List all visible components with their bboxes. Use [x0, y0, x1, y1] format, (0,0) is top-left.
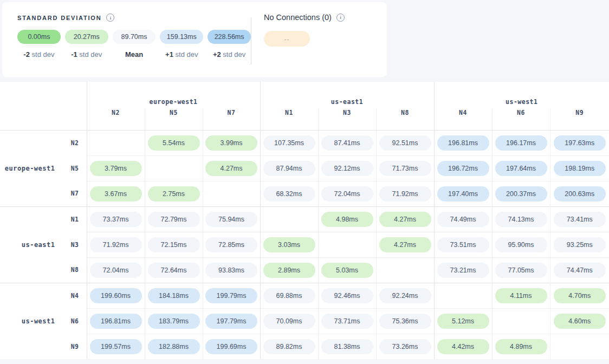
latency-pill[interactable]: 5.12ms [437, 314, 489, 329]
row-node-label: N1 [68, 216, 79, 223]
latency-pill[interactable]: 196.72ms [437, 161, 489, 176]
latency-pill[interactable]: 3.67ms [90, 186, 142, 202]
latency-cell: 68.32ms [260, 181, 318, 206]
latency-pill[interactable]: 68.32ms [263, 186, 315, 202]
latency-pill[interactable]: 72.04ms [321, 186, 373, 202]
latency-pill[interactable]: 73.51ms [437, 237, 489, 252]
latency-pill[interactable]: 197.40ms [437, 186, 489, 202]
latency-pill[interactable]: 93.83ms [205, 263, 257, 278]
latency-pill[interactable]: 4.89ms [495, 339, 547, 354]
latency-pill[interactable]: 73.41ms [554, 212, 606, 227]
latency-pill[interactable]: 196.17ms [495, 135, 547, 151]
legend-card: STANDARD DEVIATION i 0.00ms20.27ms89.70m… [2, 2, 387, 77]
latency-pill[interactable]: 72.79ms [148, 212, 200, 227]
latency-pill[interactable]: 197.79ms [205, 314, 257, 329]
latency-cell: 197.40ms [434, 181, 492, 206]
latency-pill[interactable]: 199.60ms [90, 288, 142, 303]
latency-matrix: europe-west1us-east1us-west1N2N5N7N1N3N8… [0, 82, 609, 359]
latency-pill[interactable]: 4.70ms [554, 288, 606, 303]
latency-pill[interactable]: 199.57ms [90, 339, 142, 354]
row-node-label: N9 [68, 343, 79, 350]
latency-cell: 4.60ms [550, 308, 609, 334]
latency-pill[interactable]: 92.12ms [321, 161, 373, 176]
latency-pill[interactable]: 74.13ms [495, 212, 547, 227]
latency-pill[interactable]: 200.63ms [554, 186, 606, 202]
latency-pill[interactable]: 182.88ms [148, 339, 200, 354]
latency-pill[interactable]: 73.21ms [437, 263, 489, 278]
latency-pill[interactable]: 72.85ms [205, 237, 257, 252]
latency-pill[interactable]: 184.18ms [148, 288, 200, 303]
latency-cell: 5.03ms [318, 257, 376, 283]
latency-pill[interactable]: 71.92ms [90, 237, 142, 252]
latency-pill[interactable]: 196.81ms [90, 314, 142, 329]
latency-cell: 72.04ms [87, 257, 145, 283]
latency-pill[interactable]: 74.47ms [554, 263, 606, 278]
latency-pill[interactable]: 5.54ms [148, 135, 200, 151]
latency-pill[interactable]: 75.36ms [379, 314, 431, 329]
latency-pill[interactable]: 74.49ms [437, 212, 489, 227]
info-icon[interactable]: i [106, 14, 114, 22]
latency-cell: 4.89ms [492, 334, 550, 359]
latency-pill[interactable]: 200.37ms [495, 186, 547, 202]
column-node-header-N8: N8 [376, 109, 434, 130]
latency-pill[interactable]: 77.05ms [495, 263, 547, 278]
latency-cell: 182.88ms [145, 334, 203, 359]
row-region-label: europe-west1 [5, 165, 55, 172]
latency-pill[interactable]: 87.94ms [263, 161, 315, 176]
latency-pill[interactable]: 92.24ms [379, 288, 431, 303]
latency-pill[interactable]: 4.27ms [379, 212, 431, 227]
latency-pill[interactable]: 199.79ms [205, 288, 257, 303]
latency-pill[interactable]: 87.41ms [321, 135, 373, 151]
row-node-label: N3 [68, 241, 79, 249]
latency-pill[interactable]: 93.25ms [554, 237, 606, 252]
latency-pill[interactable]: 197.64ms [495, 161, 547, 176]
latency-pill[interactable]: 4.27ms [379, 237, 431, 252]
latency-cell: 73.21ms [434, 257, 492, 283]
latency-pill[interactable]: 92.51ms [379, 135, 431, 151]
latency-pill[interactable]: 4.60ms [554, 314, 606, 329]
column-region-header-europe-west1: europe-west1 [87, 82, 260, 109]
latency-pill[interactable]: 4.42ms [437, 339, 489, 354]
latency-pill[interactable]: 95.90ms [495, 237, 547, 252]
latency-pill[interactable]: 70.09ms [263, 314, 315, 329]
latency-pill[interactable]: 72.64ms [148, 263, 200, 278]
latency-pill[interactable]: 3.79ms [90, 161, 142, 176]
latency-pill[interactable]: 72.04ms [90, 263, 142, 278]
latency-pill[interactable]: 69.88ms [263, 288, 315, 303]
latency-pill[interactable]: 196.81ms [437, 135, 489, 151]
latency-pill[interactable]: 92.46ms [321, 288, 373, 303]
latency-pill[interactable]: 197.63ms [554, 135, 606, 151]
latency-pill[interactable]: 199.69ms [205, 339, 257, 354]
latency-cell: 87.41ms [318, 130, 376, 155]
latency-cell [376, 257, 434, 283]
row-header-N3: us-east1N3 [0, 232, 87, 257]
info-icon[interactable]: i [336, 14, 345, 22]
latency-pill[interactable]: 198.19ms [554, 161, 606, 176]
latency-pill[interactable]: 89.82ms [263, 339, 315, 354]
latency-pill[interactable]: 107.35ms [263, 135, 315, 151]
latency-pill[interactable]: 4.11ms [495, 288, 547, 303]
latency-pill[interactable]: 4.27ms [205, 161, 257, 176]
latency-pill[interactable]: 73.26ms [379, 339, 431, 354]
latency-pill[interactable]: 2.75ms [148, 186, 200, 202]
latency-pill[interactable]: 5.03ms [321, 263, 373, 278]
latency-pill[interactable]: 73.37ms [90, 212, 142, 227]
latency-cell: 200.63ms [550, 181, 609, 206]
latency-pill[interactable]: 81.38ms [321, 339, 373, 354]
latency-cell: 87.94ms [260, 155, 318, 181]
row-header-N4: N4 [0, 283, 87, 308]
std-dev-label-4: +2 std dev [208, 50, 251, 58]
latency-pill[interactable]: 71.73ms [379, 161, 431, 176]
latency-cell [145, 155, 203, 181]
latency-pill[interactable]: 3.99ms [205, 135, 257, 151]
latency-pill[interactable]: 4.98ms [321, 212, 373, 227]
latency-pill[interactable]: 73.71ms [321, 314, 373, 329]
latency-pill[interactable]: 75.94ms [205, 212, 257, 227]
latency-pill[interactable]: 183.79ms [148, 314, 200, 329]
latency-cell: 72.64ms [145, 257, 203, 283]
latency-cell: 73.51ms [434, 232, 492, 257]
latency-pill[interactable]: 3.03ms [263, 237, 315, 252]
latency-pill[interactable]: 2.89ms [263, 263, 315, 278]
latency-pill[interactable]: 72.15ms [148, 237, 200, 252]
latency-pill[interactable]: 71.92ms [379, 186, 431, 202]
